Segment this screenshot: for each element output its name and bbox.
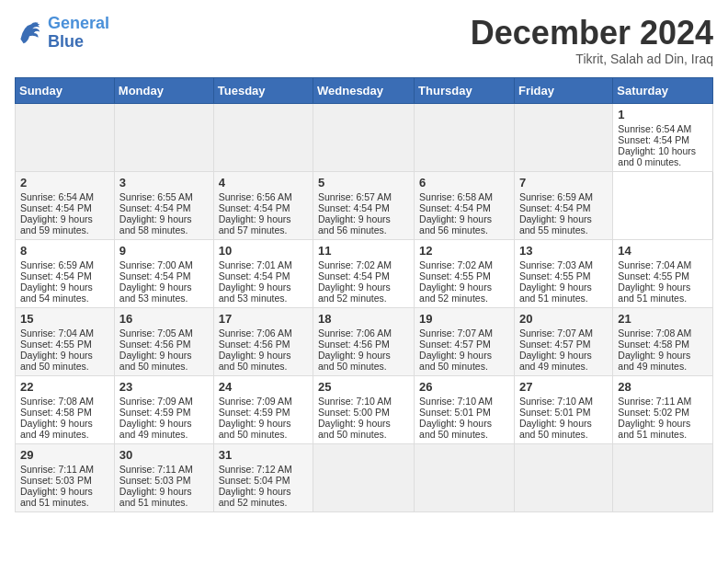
day-number: 25 xyxy=(318,380,409,394)
sunrise-text: Sunrise: 6:55 AM xyxy=(119,191,193,202)
day-number: 14 xyxy=(618,244,708,258)
daylight-text: Daylight: 9 hours and 56 minutes. xyxy=(318,213,391,236)
daylight-text: Daylight: 9 hours and 59 minutes. xyxy=(20,213,93,236)
calendar-day-cell: 13Sunrise: 7:03 AMSunset: 4:55 PMDayligh… xyxy=(514,239,612,307)
daylight-text: Daylight: 9 hours and 52 minutes. xyxy=(318,282,391,304)
sunset-text: Sunset: 4:55 PM xyxy=(20,339,92,350)
sunrise-text: Sunrise: 6:59 AM xyxy=(20,259,94,270)
calendar-day-cell: 3Sunrise: 6:55 AMSunset: 4:54 PMDaylight… xyxy=(114,171,213,239)
sunset-text: Sunset: 4:56 PM xyxy=(219,339,290,350)
sunrise-text: Sunrise: 7:05 AM xyxy=(119,327,193,339)
sunrise-text: Sunrise: 7:11 AM xyxy=(119,464,193,475)
day-number: 12 xyxy=(419,244,509,258)
day-number: 9 xyxy=(119,244,209,258)
sunrise-text: Sunrise: 6:57 AM xyxy=(318,191,392,202)
calendar-day-cell: 6Sunrise: 6:58 AMSunset: 4:54 PMDaylight… xyxy=(415,171,515,239)
sunset-text: Sunset: 5:02 PM xyxy=(618,407,689,418)
day-number: 4 xyxy=(219,176,308,190)
calendar-day-cell xyxy=(415,103,515,171)
day-number: 7 xyxy=(519,176,608,190)
day-number: 18 xyxy=(318,312,409,326)
calendar-day-cell: 24Sunrise: 7:09 AMSunset: 4:59 PMDayligh… xyxy=(213,375,313,443)
daylight-text: Daylight: 9 hours and 50 minutes. xyxy=(419,350,492,372)
calendar-day-cell: 30Sunrise: 7:11 AMSunset: 5:03 PMDayligh… xyxy=(114,443,213,511)
daylight-text: Daylight: 9 hours and 50 minutes. xyxy=(219,350,291,372)
sunrise-text: Sunrise: 6:56 AM xyxy=(219,191,292,202)
day-number: 16 xyxy=(119,312,209,326)
day-number: 29 xyxy=(20,448,109,462)
calendar-day-cell: 11Sunrise: 7:02 AMSunset: 4:54 PMDayligh… xyxy=(313,239,415,307)
sunrise-text: Sunrise: 7:11 AM xyxy=(20,464,94,475)
calendar-day-cell: 5Sunrise: 6:57 AMSunset: 4:54 PMDaylight… xyxy=(313,171,415,239)
sunset-text: Sunset: 4:55 PM xyxy=(618,270,689,282)
day-header-tuesday: Tuesday xyxy=(213,77,313,103)
logo: General Blue xyxy=(15,15,109,52)
calendar-day-cell: 26Sunrise: 7:10 AMSunset: 5:01 PMDayligh… xyxy=(415,375,515,443)
sunset-text: Sunset: 5:03 PM xyxy=(119,475,191,486)
day-number: 5 xyxy=(318,176,409,190)
sunrise-text: Sunrise: 7:02 AM xyxy=(419,259,493,270)
daylight-text: Daylight: 9 hours and 50 minutes. xyxy=(20,350,93,372)
daylight-text: Daylight: 9 hours and 58 minutes. xyxy=(119,213,192,236)
sunset-text: Sunset: 4:59 PM xyxy=(219,407,290,418)
calendar-day-cell: 19Sunrise: 7:07 AMSunset: 4:57 PMDayligh… xyxy=(415,307,515,375)
sunrise-text: Sunrise: 7:10 AM xyxy=(318,396,392,407)
day-number: 21 xyxy=(618,312,708,326)
sunset-text: Sunset: 4:59 PM xyxy=(119,407,191,418)
daylight-text: Daylight: 9 hours and 51 minutes. xyxy=(519,282,592,304)
calendar-day-cell: 15Sunrise: 7:04 AMSunset: 4:55 PMDayligh… xyxy=(16,307,115,375)
sunrise-text: Sunrise: 7:08 AM xyxy=(20,396,94,407)
sunset-text: Sunset: 4:54 PM xyxy=(318,202,390,213)
day-number: 24 xyxy=(219,380,308,394)
daylight-text: Daylight: 9 hours and 56 minutes. xyxy=(419,213,492,236)
calendar-day-cell: 9Sunrise: 7:00 AMSunset: 4:54 PMDaylight… xyxy=(114,239,213,307)
sunrise-text: Sunrise: 7:03 AM xyxy=(519,259,593,270)
day-header-saturday: Saturday xyxy=(613,77,713,103)
sunrise-text: Sunrise: 7:10 AM xyxy=(519,396,593,407)
day-header-thursday: Thursday xyxy=(415,77,515,103)
logo-icon xyxy=(15,18,44,48)
day-number: 8 xyxy=(20,244,109,258)
day-number: 26 xyxy=(419,380,509,394)
sunset-text: Sunset: 4:54 PM xyxy=(318,270,390,282)
daylight-text: Daylight: 9 hours and 51 minutes. xyxy=(618,418,690,440)
sunset-text: Sunset: 4:54 PM xyxy=(119,270,191,282)
sunset-text: Sunset: 4:54 PM xyxy=(618,134,689,145)
sunset-text: Sunset: 5:04 PM xyxy=(219,475,290,486)
day-number: 15 xyxy=(20,312,109,326)
daylight-text: Daylight: 9 hours and 50 minutes. xyxy=(318,418,391,440)
calendar-week-row: 15Sunrise: 7:04 AMSunset: 4:55 PMDayligh… xyxy=(16,307,713,375)
sunset-text: Sunset: 4:57 PM xyxy=(519,339,591,350)
day-number: 22 xyxy=(20,380,109,394)
day-number: 11 xyxy=(318,244,409,258)
calendar-day-cell xyxy=(613,443,713,511)
calendar-week-row: 22Sunrise: 7:08 AMSunset: 4:58 PMDayligh… xyxy=(16,375,713,443)
calendar-day-cell xyxy=(313,443,415,511)
sunrise-text: Sunrise: 7:04 AM xyxy=(618,259,691,270)
sunrise-text: Sunrise: 7:07 AM xyxy=(419,327,493,339)
sunrise-text: Sunrise: 6:54 AM xyxy=(20,191,94,202)
daylight-text: Daylight: 9 hours and 50 minutes. xyxy=(219,418,291,440)
sunrise-text: Sunrise: 6:58 AM xyxy=(419,191,493,202)
day-number: 27 xyxy=(519,380,608,394)
sunset-text: Sunset: 4:56 PM xyxy=(119,339,191,350)
daylight-text: Daylight: 9 hours and 50 minutes. xyxy=(119,350,192,372)
sunrise-text: Sunrise: 7:07 AM xyxy=(519,327,593,339)
sunrise-text: Sunrise: 7:10 AM xyxy=(419,396,493,407)
calendar-week-row: 29Sunrise: 7:11 AMSunset: 5:03 PMDayligh… xyxy=(16,443,713,511)
sunset-text: Sunset: 4:54 PM xyxy=(20,202,92,213)
day-header-wednesday: Wednesday xyxy=(313,77,415,103)
sunrise-text: Sunrise: 7:12 AM xyxy=(219,464,292,475)
sunset-text: Sunset: 4:55 PM xyxy=(419,270,491,282)
sunset-text: Sunset: 5:01 PM xyxy=(419,407,491,418)
calendar-day-cell: 7Sunrise: 6:59 AMSunset: 4:54 PMDaylight… xyxy=(514,171,612,239)
sunrise-text: Sunrise: 7:06 AM xyxy=(219,327,292,339)
day-number: 13 xyxy=(519,244,608,258)
calendar-day-cell: 21Sunrise: 7:08 AMSunset: 4:58 PMDayligh… xyxy=(613,307,713,375)
calendar-day-cell: 20Sunrise: 7:07 AMSunset: 4:57 PMDayligh… xyxy=(514,307,612,375)
calendar-week-row: 2Sunrise: 6:54 AMSunset: 4:54 PMDaylight… xyxy=(16,171,713,239)
calendar-day-cell xyxy=(114,103,213,171)
sunrise-text: Sunrise: 7:00 AM xyxy=(119,259,193,270)
sunset-text: Sunset: 4:56 PM xyxy=(318,339,390,350)
calendar-day-cell xyxy=(514,443,612,511)
